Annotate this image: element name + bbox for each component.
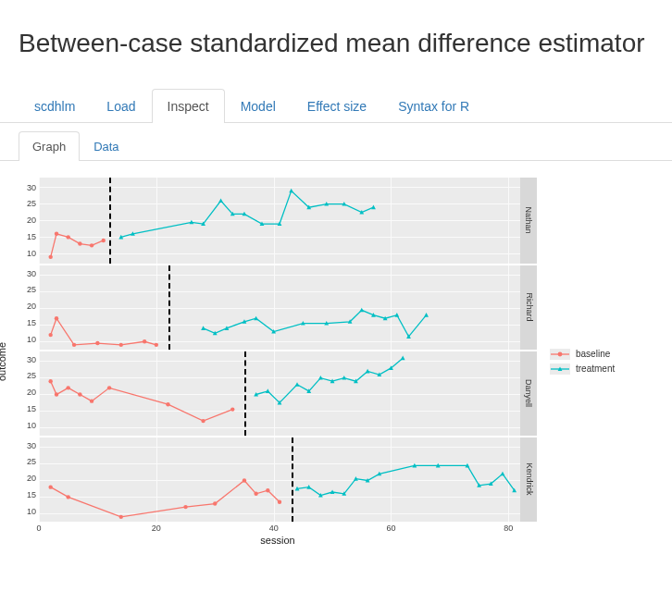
secondary-tabs: GraphData [0, 123, 672, 161]
legend-item-treatment: treatment [550, 363, 615, 375]
data-point [366, 368, 370, 373]
facet-panel: 3025201510Danyell [19, 350, 537, 436]
subtab-data[interactable]: Data [80, 131, 132, 161]
data-point [342, 376, 346, 380]
data-point [107, 386, 111, 389]
legend-label: treatment [576, 363, 615, 374]
data-point [218, 198, 223, 203]
data-point [213, 501, 217, 505]
chart-area: outcome 3025201510Nathan3025201510Richar… [0, 161, 672, 555]
data-point [424, 313, 429, 317]
tab-effect-size[interactable]: Effect size [292, 89, 382, 123]
x-axis-ticks: 020406080 [39, 522, 520, 533]
data-point [143, 339, 146, 343]
data-point [72, 342, 76, 346]
tab-scdhlm[interactable]: scdhlm [19, 89, 91, 123]
y-axis-ticks: 3025201510 [19, 350, 39, 436]
data-point [67, 495, 70, 499]
data-point [254, 315, 258, 320]
legend-swatch [550, 349, 570, 360]
facet-strip: Danyell [520, 350, 537, 436]
legend: baselinetreatment [550, 345, 615, 378]
legend-item-baseline: baseline [550, 349, 615, 360]
data-point [67, 235, 70, 239]
data-point [201, 326, 205, 330]
tab-syntax-for-r[interactable]: Syntax for R [382, 89, 485, 123]
series-line-treatment [297, 465, 515, 495]
series-line-treatment [256, 358, 404, 402]
data-point [501, 471, 505, 475]
data-point [318, 376, 323, 380]
facet-label: Richard [524, 292, 533, 321]
svg-point-1 [558, 351, 563, 356]
data-point [48, 378, 52, 382]
data-point [119, 514, 123, 518]
facet-panel: 3025201510Richard [19, 264, 537, 350]
data-point [78, 392, 81, 396]
data-point [90, 243, 93, 247]
y-axis-ticks: 3025201510 [19, 178, 39, 264]
facet-strip: Richard [520, 264, 537, 350]
data-point [401, 355, 405, 360]
facet-panel: 3025201510Kendrick [19, 436, 537, 522]
plot-region [39, 350, 520, 436]
facet-label: Danyell [524, 379, 533, 407]
tab-inspect[interactable]: Inspect [152, 89, 225, 123]
series-line-baseline [51, 381, 233, 421]
series-line-treatment [204, 310, 427, 337]
x-axis-label: session [19, 535, 537, 546]
subtab-graph[interactable]: Graph [19, 131, 80, 161]
data-point [278, 499, 281, 503]
series-line-baseline [51, 480, 280, 516]
data-point [394, 313, 399, 317]
data-point [295, 382, 300, 387]
facet-label: Nathan [524, 206, 533, 233]
facet-panel: 3025201510Nathan [19, 178, 537, 264]
facet-strip: Kendrick [520, 436, 537, 522]
plot-region [39, 264, 520, 350]
plot-region [39, 436, 520, 522]
data-point [78, 241, 81, 245]
data-point [166, 402, 169, 406]
data-point [67, 386, 70, 389]
data-point [266, 388, 270, 393]
data-point [55, 392, 58, 396]
y-axis-ticks: 3025201510 [19, 436, 39, 522]
data-point [95, 340, 99, 344]
data-point [230, 407, 234, 411]
primary-tabs: scdhlmLoadInspectModelEffect sizeSyntax … [0, 88, 672, 123]
data-point [243, 478, 246, 482]
data-point [48, 254, 52, 258]
series-line-treatment [121, 191, 374, 237]
data-point [266, 488, 269, 492]
facet-strip: Nathan [520, 178, 537, 264]
y-axis-ticks: 3025201510 [19, 264, 39, 350]
data-point [183, 504, 187, 508]
y-axis-label: outcome [0, 341, 7, 380]
data-point [155, 342, 158, 346]
tab-model[interactable]: Model [225, 89, 292, 123]
series-line-baseline [51, 318, 156, 345]
data-point [254, 491, 257, 495]
chart-panels: outcome 3025201510Nathan3025201510Richar… [19, 178, 537, 546]
legend-swatch [550, 363, 570, 375]
data-point [48, 332, 52, 336]
data-point [90, 399, 93, 402]
tab-load[interactable]: Load [91, 89, 151, 123]
data-point [55, 316, 58, 320]
data-point [371, 204, 376, 209]
data-point [201, 418, 205, 422]
plot-region [39, 178, 520, 264]
data-point [359, 307, 364, 312]
legend-label: baseline [576, 349, 610, 359]
facet-label: Kendrick [524, 462, 533, 495]
data-point [55, 231, 58, 235]
data-point [102, 238, 106, 241]
series-line-baseline [51, 233, 104, 256]
page-title: Between-case standardized mean differenc… [0, 18, 672, 70]
data-point [289, 188, 293, 192]
data-point [119, 342, 123, 346]
data-point [48, 485, 52, 488]
